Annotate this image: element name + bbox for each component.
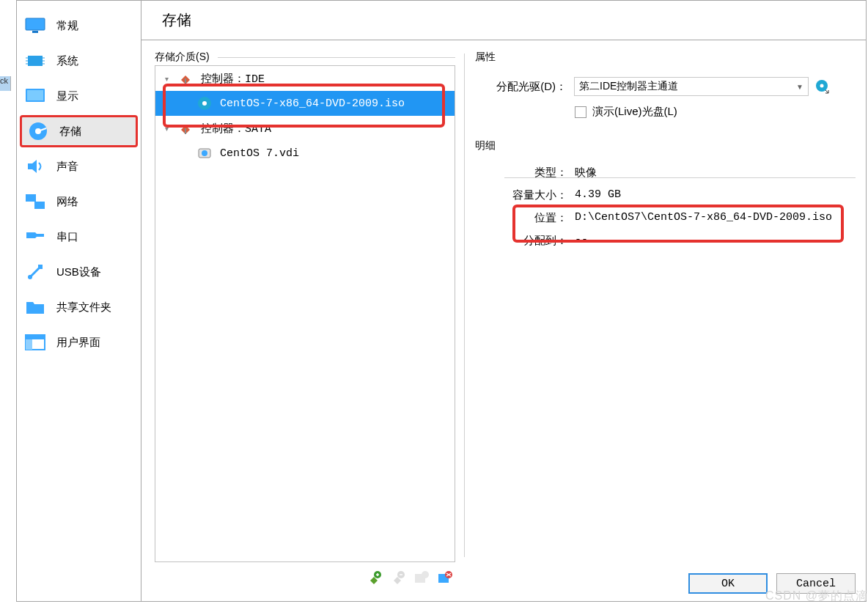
network-icon (24, 192, 46, 211)
location-value: D:\CentOS7\CentOS-7-x86_64-DVD-2009.iso (570, 211, 857, 225)
sidebar-item-usb[interactable]: USB设备 (17, 254, 141, 290)
tree-label: CentOS-7-x86_64-DVD-2009.iso (220, 97, 405, 110)
attributes-legend: 属性 (475, 51, 857, 64)
svg-rect-24 (185, 128, 186, 134)
sidebar-item-system[interactable]: 系统 (17, 43, 141, 78)
dialog-buttons: OK Cancel (688, 573, 856, 594)
ui-icon (24, 333, 46, 352)
size-value: 4.39 GB (570, 188, 857, 202)
storage-tree-panel: 存储介质(S) ▾ 控制器：IDE CentOS-7-x86_64-DV (141, 40, 464, 566)
detail-size-row: 容量大小： 4.39 GB (475, 188, 857, 202)
page-header: 存储 (141, 1, 866, 40)
tree-label: CentOS 7.vdi (220, 147, 299, 160)
sidebar-label: 网络 (56, 195, 78, 209)
svg-rect-15 (37, 234, 44, 237)
live-cd-label: 演示(Live)光盘(L) (592, 105, 677, 119)
sidebar-label: 共享文件夹 (56, 301, 111, 314)
hard-disk-row[interactable]: CentOS 7.vdi (155, 141, 455, 166)
location-label: 位置： (475, 211, 570, 225)
storage-icon (27, 122, 49, 141)
sidebar-label: 串口 (56, 230, 78, 244)
svg-rect-13 (26, 194, 36, 202)
svg-rect-20 (26, 339, 32, 350)
folder-icon (24, 298, 46, 317)
attached-value: -- (570, 234, 857, 248)
hard-disk-icon (196, 145, 213, 161)
sidebar-item-user-interface[interactable]: 用户界面 (17, 325, 141, 360)
sidebar-item-audio[interactable]: 声音 (17, 149, 141, 184)
optical-drive-row: 分配光驱(D)： 第二IDE控制器主通道 ▼ (475, 77, 857, 96)
storage-toolbar (155, 567, 455, 590)
divider (218, 57, 455, 58)
svg-point-16 (28, 275, 32, 279)
sidebar-item-storage[interactable]: 存储 (20, 115, 138, 147)
tree-label: 控制器：IDE (201, 72, 265, 86)
add-attachment-button (411, 569, 430, 588)
cancel-button[interactable]: Cancel (776, 573, 856, 594)
controller-sata-row[interactable]: ▾ 控制器：SATA (155, 116, 455, 141)
main-content: 存储介质(S) ▾ 控制器：IDE CentOS-7-x86_64-DV (141, 40, 866, 566)
audio-icon (24, 157, 46, 176)
svg-rect-21 (185, 78, 186, 84)
sidebar-item-network[interactable]: 网络 (17, 184, 141, 219)
svg-rect-17 (38, 265, 43, 269)
storage-tree[interactable]: ▾ 控制器：IDE CentOS-7-x86_64-DVD-2009.iso ▾ (155, 65, 455, 562)
add-controller-button[interactable] (364, 569, 383, 588)
chip-icon (24, 51, 46, 70)
controller-ide-row[interactable]: ▾ 控制器：IDE (155, 66, 455, 91)
sidebar-label: 声音 (56, 160, 78, 174)
optical-disk-row[interactable]: CentOS-7-x86_64-DVD-2009.iso (155, 91, 455, 116)
expand-icon[interactable]: ▾ (163, 125, 170, 133)
svg-rect-14 (34, 202, 45, 209)
page-title: 存储 (141, 10, 191, 30)
sidebar-item-shared-folders[interactable]: 共享文件夹 (17, 290, 141, 325)
storage-media-legend: 存储介质(S) (155, 51, 214, 62)
svg-point-34 (820, 84, 824, 88)
svg-rect-1 (32, 31, 38, 33)
svg-point-23 (202, 101, 207, 106)
svg-rect-19 (26, 335, 45, 339)
background-strip: ck (0, 76, 11, 91)
settings-sidebar: 常规 系统 显示 存储 声音 (17, 1, 141, 601)
drive-label: 分配光驱(D)： (475, 80, 567, 94)
sidebar-item-general[interactable]: 常规 (17, 8, 141, 43)
live-cd-row[interactable]: 演示(Live)光盘(L) (575, 105, 857, 119)
controller-icon (177, 120, 194, 136)
drive-value: 第二IDE控制器主通道 (579, 80, 678, 93)
optical-disc-icon (196, 95, 213, 111)
display-icon (24, 86, 46, 106)
ok-button[interactable]: OK (688, 573, 768, 594)
svg-point-26 (202, 150, 207, 156)
live-cd-checkbox[interactable] (575, 106, 586, 118)
size-label: 容量大小： (475, 188, 570, 202)
remove-attachment-button[interactable] (435, 569, 454, 588)
attached-label: 分配到： (475, 234, 570, 248)
sidebar-label: 用户界面 (56, 336, 100, 350)
sidebar-label: 系统 (56, 54, 78, 68)
tree-label: 控制器：SATA (201, 122, 271, 136)
choose-disk-button[interactable] (814, 78, 831, 95)
serial-icon (24, 227, 46, 246)
controller-icon (177, 70, 194, 86)
details-legend: 明细 (475, 139, 500, 152)
detail-attached-row: 分配到： -- (475, 234, 857, 248)
sidebar-item-display[interactable]: 显示 (17, 78, 141, 114)
sidebar-label: 显示 (56, 89, 78, 103)
detail-location-row: 位置： D:\CentOS7\CentOS-7-x86_64-DVD-2009.… (475, 211, 857, 225)
monitor-icon (24, 16, 46, 35)
svg-rect-2 (28, 56, 43, 66)
sidebar-label: 存储 (59, 125, 81, 139)
sidebar-label: 常规 (56, 19, 78, 33)
svg-point-30 (422, 571, 429, 578)
sidebar-item-serial[interactable]: 串口 (17, 219, 141, 254)
usb-icon (24, 262, 46, 281)
svg-rect-0 (26, 18, 45, 30)
remove-controller-button (388, 569, 407, 588)
divider (504, 177, 856, 178)
expand-icon[interactable]: ▾ (163, 75, 170, 83)
drive-select[interactable]: 第二IDE控制器主通道 ▼ (574, 77, 809, 96)
settings-dialog: 常规 系统 显示 存储 声音 (16, 0, 867, 602)
svg-rect-10 (27, 90, 43, 100)
chevron-down-icon: ▼ (796, 83, 803, 91)
sidebar-label: USB设备 (56, 265, 101, 279)
